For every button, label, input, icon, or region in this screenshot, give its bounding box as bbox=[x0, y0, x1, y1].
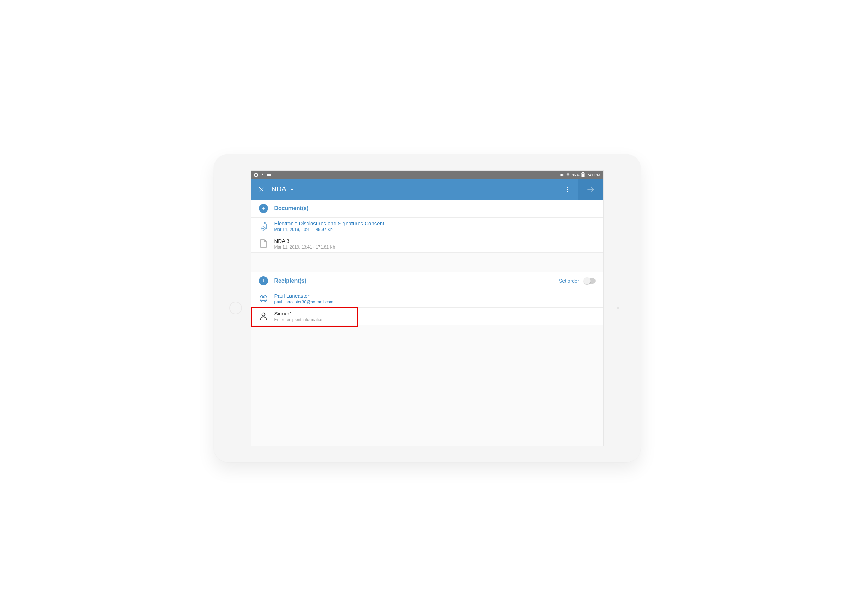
svg-rect-2 bbox=[267, 174, 270, 176]
recipient-hint: Enter recipient information bbox=[274, 317, 324, 322]
battery-percent: 86% bbox=[572, 173, 580, 177]
more-vertical-icon bbox=[564, 186, 571, 193]
document-item[interactable]: NDA 3 Mar 11, 2019, 13:41 - 171.81 Kb bbox=[251, 235, 603, 253]
arrow-right-icon bbox=[586, 185, 595, 194]
clock-time: 1:41 PM bbox=[586, 173, 601, 177]
recipient-name: Paul Lancaster bbox=[274, 293, 334, 299]
svg-rect-1 bbox=[261, 176, 264, 176]
recipient-email: paul_lancaster30@hotmail.com bbox=[274, 300, 334, 304]
camera-dot bbox=[617, 307, 619, 309]
svg-point-9 bbox=[567, 191, 568, 192]
document-check-icon bbox=[259, 221, 268, 231]
status-bar: … 86% 1:41 PM bbox=[251, 171, 603, 179]
content-area: Document(s) Electronic Disclosures and S… bbox=[251, 199, 603, 446]
page-title: NDA bbox=[271, 185, 286, 193]
svg-point-10 bbox=[262, 227, 265, 230]
screen: … 86% 1:41 PM NDA bbox=[251, 170, 604, 446]
svg-rect-6 bbox=[582, 174, 584, 177]
mute-icon bbox=[559, 173, 564, 177]
chevron-down-icon bbox=[289, 187, 295, 192]
avatar-filled-icon bbox=[259, 294, 268, 303]
recipient-name: Signer1 bbox=[274, 310, 324, 316]
plus-icon bbox=[261, 206, 266, 211]
wifi-icon bbox=[566, 173, 570, 177]
set-order-label: Set order bbox=[559, 278, 579, 284]
add-recipient-button[interactable] bbox=[259, 276, 268, 286]
recipient-item-highlighted[interactable]: Signer1 Enter recipient information bbox=[251, 308, 603, 325]
plus-icon bbox=[261, 278, 266, 283]
status-right: 86% 1:41 PM bbox=[559, 172, 601, 177]
more-button[interactable] bbox=[558, 186, 578, 193]
add-document-button[interactable] bbox=[259, 204, 268, 213]
svg-rect-5 bbox=[582, 172, 584, 173]
document-title: NDA 3 bbox=[274, 238, 335, 244]
image-icon bbox=[254, 173, 258, 177]
document-item[interactable]: Electronic Disclosures and Signatures Co… bbox=[251, 218, 603, 235]
close-button[interactable] bbox=[251, 186, 271, 193]
status-more: … bbox=[274, 173, 278, 177]
status-left: … bbox=[254, 173, 278, 177]
home-button[interactable] bbox=[229, 302, 242, 314]
document-icon bbox=[259, 239, 267, 248]
tablet-frame: … 86% 1:41 PM NDA bbox=[214, 154, 640, 462]
document-meta: Mar 11, 2019, 13:41 - 45.97 Kb bbox=[274, 227, 384, 232]
documents-label: Document(s) bbox=[274, 205, 309, 211]
upload-icon bbox=[260, 173, 264, 177]
next-button[interactable] bbox=[578, 179, 603, 199]
svg-point-3 bbox=[568, 176, 568, 176]
documents-section-header: Document(s) bbox=[251, 199, 603, 218]
svg-point-8 bbox=[567, 189, 568, 190]
avatar-outline-icon bbox=[259, 312, 267, 320]
svg-point-7 bbox=[567, 187, 568, 188]
svg-point-12 bbox=[262, 313, 265, 316]
set-order-toggle[interactable] bbox=[584, 278, 596, 284]
document-meta: Mar 11, 2019, 13:41 - 171.81 Kb bbox=[274, 245, 335, 249]
recipients-label: Recipient(s) bbox=[274, 278, 307, 284]
section-gap bbox=[251, 253, 603, 272]
close-icon bbox=[258, 186, 265, 193]
recipients-section-header: Recipient(s) Set order bbox=[251, 272, 603, 290]
video-icon bbox=[267, 173, 271, 177]
battery-icon bbox=[581, 172, 585, 177]
recipient-item[interactable]: Paul Lancaster paul_lancaster30@hotmail.… bbox=[251, 290, 603, 308]
app-bar: NDA bbox=[251, 179, 603, 199]
title-dropdown[interactable]: NDA bbox=[271, 185, 295, 193]
document-title: Electronic Disclosures and Signatures Co… bbox=[274, 221, 384, 226]
svg-rect-0 bbox=[254, 173, 258, 176]
